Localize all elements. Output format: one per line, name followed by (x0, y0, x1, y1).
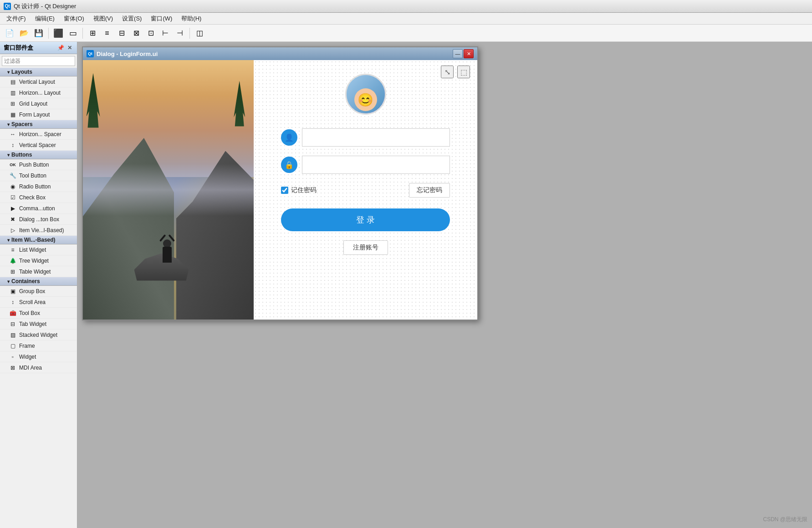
widget-horizontal-layout[interactable]: ▥ Horizon... Layout (0, 87, 77, 98)
widget-tool-box[interactable]: 🧰 Tool Box (0, 308, 77, 319)
password-input[interactable] (302, 156, 450, 174)
username-input[interactable] (302, 128, 450, 147)
widget-vertical-layout[interactable]: ▤ Vertical Layout (0, 76, 77, 87)
toolbar-layout7[interactable]: ⊣ (173, 26, 187, 40)
dialog-title: Dialog - LoginForm.ui (97, 51, 158, 57)
menu-file[interactable]: 文件(F) (2, 14, 31, 24)
category-containers[interactable]: Containers (0, 277, 77, 286)
widget-icon: ▫ (9, 353, 16, 360)
widget-list-widget[interactable]: ≡ List Widget (0, 244, 77, 255)
widget-box-close[interactable]: ✕ (66, 44, 73, 51)
menu-view[interactable]: 视图(V) (89, 14, 117, 24)
menu-window[interactable]: 窗口(W) (146, 14, 177, 24)
toolbar-layout5[interactable]: ⊡ (144, 26, 158, 40)
frame-icon: ▢ (9, 342, 16, 350)
category-spacers[interactable]: Spacers (0, 120, 77, 129)
widget-mdi-area[interactable]: ⊠ MDI Area (0, 362, 77, 373)
form-layout-icon: ▦ (9, 111, 16, 118)
username-row: 👤 (281, 128, 450, 147)
vertical-layout-icon: ▤ (9, 78, 16, 86)
toolbar-preview[interactable]: ◫ (193, 26, 206, 40)
toolbar-layout4[interactable]: ⊠ (129, 26, 143, 40)
dialog-icon: Qt (87, 50, 94, 57)
dialog-title-left: Qt Dialog - LoginForm.ui (87, 50, 158, 57)
widget-box-pin[interactable]: 📌 (57, 44, 64, 51)
menu-edit[interactable]: 编辑(E) (31, 14, 59, 24)
menu-form[interactable]: 窗体(O) (59, 14, 89, 24)
scroll-area-icon: ↕ (9, 299, 16, 306)
widget-push-button-label: Push Button (19, 162, 49, 168)
mdi-area-icon: ⊠ (9, 364, 16, 371)
widget-item-view-label: Item Vie...l-Based) (19, 227, 64, 234)
radio-button-icon: ◉ (9, 183, 16, 190)
dialog-close-btn[interactable]: ✕ (464, 49, 474, 58)
mountain-mist (83, 164, 254, 216)
login-btn[interactable]: 登 录 (281, 208, 450, 231)
stacked-widget-icon: ▨ (9, 331, 16, 339)
toolbar-widget2[interactable]: ▭ (66, 26, 80, 40)
widget-scroll-area-label: Scroll Area (19, 299, 46, 305)
menu-help[interactable]: 帮助(H) (177, 14, 206, 24)
widget-widget[interactable]: ▫ Widget (0, 351, 77, 362)
widget-box-title: 窗口部件盒 (4, 44, 33, 52)
menu-settings[interactable]: 设置(S) (117, 14, 146, 24)
widget-tree-widget[interactable]: 🌲 Tree Widget (0, 255, 77, 266)
figure (160, 239, 169, 263)
widget-table-widget[interactable]: ⊞ Table Widget (0, 266, 77, 277)
widget-stacked-widget-label: Stacked Widget (19, 332, 57, 338)
app-title: Qt 设计师 - Qt Designer (14, 2, 76, 10)
widget-vertical-spacer[interactable]: ↕ Vertical Spacer (0, 140, 77, 151)
login-panel-icons: ⤡ ⬚ (441, 66, 470, 78)
widget-tab-widget[interactable]: ⊟ Tab Widget (0, 319, 77, 330)
toolbar-layout1[interactable]: ⊞ (86, 26, 99, 40)
username-icon: 👤 (281, 129, 297, 146)
widget-command-button-label: Comma...utton (19, 205, 55, 212)
dialog-button-box-icon: ✖ (9, 216, 16, 223)
forgot-password-btn[interactable]: 忘记密码 (409, 183, 450, 198)
category-item-widgets[interactable]: Item Wi...-Based) (0, 236, 77, 244)
toolbar-save[interactable]: 💾 (32, 26, 46, 40)
toolbar-new[interactable]: 📄 (3, 26, 16, 40)
widget-list-widget-label: List Widget (19, 247, 46, 253)
dialog-titlebar: Qt Dialog - LoginForm.ui — ✕ (83, 47, 477, 60)
widget-dialog-button-box[interactable]: ✖ Dialog ...ton Box (0, 214, 77, 225)
exit-icon-btn[interactable]: ⬚ (457, 66, 470, 78)
register-btn[interactable]: 注册账号 (343, 240, 388, 255)
widget-radio-button[interactable]: ◉ Radio Button (0, 181, 77, 192)
widget-tool-button[interactable]: 🔧 Tool Button (0, 170, 77, 181)
widget-stacked-widget[interactable]: ▨ Stacked Widget (0, 330, 77, 340)
category-layouts[interactable]: Layouts (0, 68, 77, 76)
check-box-icon: ☑ (9, 194, 16, 201)
widget-form-layout[interactable]: ▦ Form Layout (0, 109, 77, 120)
widget-check-box[interactable]: ☑ Check Box (0, 192, 77, 203)
widget-vertical-layout-label: Vertical Layout (19, 79, 55, 85)
dialog-minimize-btn[interactable]: — (453, 49, 463, 58)
widget-group-box[interactable]: ▣ Group Box (0, 286, 77, 297)
category-buttons[interactable]: Buttons (0, 151, 77, 159)
user-icon: 👤 (285, 133, 294, 142)
toolbar-layout6[interactable]: ⊢ (158, 26, 172, 40)
widget-scroll-area[interactable]: ↕ Scroll Area (0, 297, 77, 308)
resize-icon-btn[interactable]: ⤡ (441, 66, 454, 78)
toolbar-separator-2 (82, 28, 83, 39)
widget-dialog-button-box-label: Dialog ...ton Box (19, 216, 59, 223)
widget-filter-input[interactable] (2, 56, 75, 66)
design-area: Qt Dialog - LoginForm.ui — ✕ (77, 42, 812, 528)
widget-item-view[interactable]: ▷ Item Vie...l-Based) (0, 225, 77, 236)
toolbar-layout2[interactable]: ≡ (100, 26, 114, 40)
widget-frame[interactable]: ▢ Frame (0, 340, 77, 351)
lock-icon: 🔒 (285, 161, 294, 169)
widget-command-button[interactable]: ▶ Comma...utton (0, 203, 77, 214)
password-icon: 🔒 (281, 157, 297, 173)
widget-list: Layouts ▤ Vertical Layout ▥ Horizon... L… (0, 68, 77, 528)
toolbar-widget1[interactable]: ⬛ (51, 26, 65, 40)
widget-push-button[interactable]: OK Push Button (0, 159, 77, 170)
toolbar-open[interactable]: 📂 (17, 26, 31, 40)
horizontal-layout-icon: ▥ (9, 89, 16, 96)
toolbar-layout3[interactable]: ⊟ (115, 26, 128, 40)
grid-layout-icon: ⊞ (9, 100, 16, 107)
widget-grid-layout[interactable]: ⊞ Grid Layout (0, 98, 77, 109)
remember-checkbox[interactable] (281, 187, 288, 194)
widget-horizontal-spacer[interactable]: ↔ Horizon... Spacer (0, 129, 77, 140)
dialog-content: ⤡ ⬚ 😊 👤 (83, 60, 477, 320)
